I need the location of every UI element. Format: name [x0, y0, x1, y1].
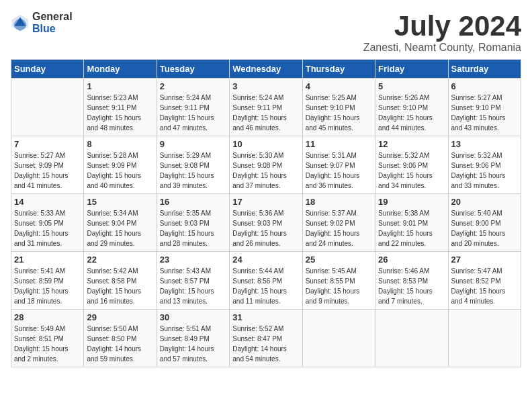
day-number: 1 [87, 81, 153, 91]
day-detail: Sunrise: 5:43 AM Sunset: 8:57 PM Dayligh… [160, 266, 226, 306]
day-number: 17 [232, 197, 299, 207]
calendar-cell: 25Sunrise: 5:45 AM Sunset: 8:55 PM Dayli… [302, 252, 375, 310]
day-detail: Sunrise: 5:49 AM Sunset: 8:51 PM Dayligh… [14, 324, 81, 364]
calendar-cell: 23Sunrise: 5:43 AM Sunset: 8:57 PM Dayli… [157, 252, 229, 310]
week-row-1: 1Sunrise: 5:23 AM Sunset: 9:11 PM Daylig… [11, 79, 521, 136]
day-number: 30 [160, 312, 226, 322]
day-detail: Sunrise: 5:27 AM Sunset: 9:10 PM Dayligh… [451, 93, 518, 133]
day-detail: Sunrise: 5:35 AM Sunset: 9:03 PM Dayligh… [160, 208, 226, 248]
week-row-5: 28Sunrise: 5:49 AM Sunset: 8:51 PM Dayli… [11, 310, 521, 367]
calendar-cell: 7Sunrise: 5:27 AM Sunset: 9:09 PM Daylig… [11, 136, 84, 194]
day-number: 5 [378, 81, 445, 91]
calendar-cell: 18Sunrise: 5:37 AM Sunset: 9:02 PM Dayli… [302, 194, 375, 252]
day-number: 24 [232, 255, 299, 265]
week-row-2: 7Sunrise: 5:27 AM Sunset: 9:09 PM Daylig… [11, 136, 521, 194]
main-title: July 2024 [363, 11, 521, 42]
header-tuesday: Tuesday [157, 60, 229, 79]
logo-text: General Blue [32, 11, 73, 34]
header-sunday: Sunday [11, 60, 84, 79]
calendar-cell: 12Sunrise: 5:32 AM Sunset: 9:06 PM Dayli… [375, 136, 448, 194]
calendar-cell: 5Sunrise: 5:26 AM Sunset: 9:10 PM Daylig… [375, 79, 448, 136]
calendar-cell: 31Sunrise: 5:52 AM Sunset: 8:47 PM Dayli… [230, 310, 302, 367]
calendar-cell: 11Sunrise: 5:31 AM Sunset: 9:07 PM Dayli… [302, 136, 375, 194]
day-detail: Sunrise: 5:27 AM Sunset: 9:09 PM Dayligh… [14, 150, 81, 191]
day-detail: Sunrise: 5:40 AM Sunset: 9:00 PM Dayligh… [451, 208, 518, 248]
day-number: 27 [451, 255, 518, 265]
day-number: 15 [87, 197, 153, 207]
day-detail: Sunrise: 5:28 AM Sunset: 9:09 PM Dayligh… [87, 150, 153, 191]
day-detail: Sunrise: 5:41 AM Sunset: 8:59 PM Dayligh… [14, 266, 81, 306]
day-detail: Sunrise: 5:32 AM Sunset: 9:06 PM Dayligh… [378, 150, 445, 191]
header-thursday: Thursday [302, 60, 375, 79]
day-number: 11 [306, 139, 372, 149]
day-number: 16 [160, 197, 226, 207]
day-number: 10 [232, 139, 299, 149]
day-number: 14 [14, 197, 81, 207]
header-row: SundayMondayTuesdayWednesdayThursdayFrid… [11, 60, 521, 79]
day-number: 8 [87, 139, 153, 149]
day-number: 22 [87, 255, 153, 265]
day-number: 3 [232, 81, 299, 91]
title-block: July 2024 Zanesti, Neamt County, Romania [363, 11, 521, 54]
calendar-cell: 29Sunrise: 5:50 AM Sunset: 8:50 PM Dayli… [84, 310, 157, 367]
logo-blue: Blue [32, 23, 73, 35]
calendar-cell: 21Sunrise: 5:41 AM Sunset: 8:59 PM Dayli… [11, 252, 84, 310]
calendar-cell: 17Sunrise: 5:36 AM Sunset: 9:03 PM Dayli… [230, 194, 302, 252]
header-friday: Friday [375, 60, 448, 79]
calendar-cell: 9Sunrise: 5:29 AM Sunset: 9:08 PM Daylig… [157, 136, 229, 194]
logo-icon [11, 13, 30, 32]
day-detail: Sunrise: 5:34 AM Sunset: 9:04 PM Dayligh… [87, 208, 153, 248]
calendar-cell [375, 310, 448, 367]
day-detail: Sunrise: 5:36 AM Sunset: 9:03 PM Dayligh… [232, 208, 299, 248]
calendar-cell: 20Sunrise: 5:40 AM Sunset: 9:00 PM Dayli… [448, 194, 521, 252]
calendar-body: 1Sunrise: 5:23 AM Sunset: 9:11 PM Daylig… [11, 79, 521, 367]
header-monday: Monday [84, 60, 157, 79]
logo: General Blue [11, 11, 73, 34]
day-number: 6 [451, 81, 518, 91]
day-number: 23 [160, 255, 226, 265]
calendar-cell: 4Sunrise: 5:25 AM Sunset: 9:10 PM Daylig… [302, 79, 375, 136]
day-detail: Sunrise: 5:29 AM Sunset: 9:08 PM Dayligh… [160, 150, 226, 191]
day-number: 13 [451, 139, 518, 149]
day-detail: Sunrise: 5:26 AM Sunset: 9:10 PM Dayligh… [378, 93, 445, 133]
day-number: 31 [232, 312, 299, 322]
calendar-cell: 8Sunrise: 5:28 AM Sunset: 9:09 PM Daylig… [84, 136, 157, 194]
day-detail: Sunrise: 5:25 AM Sunset: 9:10 PM Dayligh… [306, 93, 372, 133]
day-detail: Sunrise: 5:50 AM Sunset: 8:50 PM Dayligh… [87, 324, 153, 364]
day-detail: Sunrise: 5:37 AM Sunset: 9:02 PM Dayligh… [306, 208, 372, 248]
day-number: 18 [306, 197, 372, 207]
calendar-cell: 13Sunrise: 5:32 AM Sunset: 9:06 PM Dayli… [448, 136, 521, 194]
calendar-cell: 6Sunrise: 5:27 AM Sunset: 9:10 PM Daylig… [448, 79, 521, 136]
day-detail: Sunrise: 5:33 AM Sunset: 9:05 PM Dayligh… [14, 208, 81, 248]
day-number: 28 [14, 312, 81, 322]
day-number: 26 [378, 255, 445, 265]
calendar-cell: 30Sunrise: 5:51 AM Sunset: 8:49 PM Dayli… [157, 310, 229, 367]
day-detail: Sunrise: 5:52 AM Sunset: 8:47 PM Dayligh… [232, 324, 299, 364]
header-wednesday: Wednesday [230, 60, 302, 79]
day-number: 7 [14, 139, 81, 149]
calendar-cell: 24Sunrise: 5:44 AM Sunset: 8:56 PM Dayli… [230, 252, 302, 310]
calendar-cell: 1Sunrise: 5:23 AM Sunset: 9:11 PM Daylig… [84, 79, 157, 136]
calendar-header: SundayMondayTuesdayWednesdayThursdayFrid… [11, 60, 521, 79]
calendar-cell [11, 79, 84, 136]
day-detail: Sunrise: 5:47 AM Sunset: 8:52 PM Dayligh… [451, 266, 518, 306]
calendar-cell: 2Sunrise: 5:24 AM Sunset: 9:11 PM Daylig… [157, 79, 229, 136]
day-number: 29 [87, 312, 153, 322]
day-number: 21 [14, 255, 81, 265]
calendar-cell [448, 310, 521, 367]
calendar-cell: 28Sunrise: 5:49 AM Sunset: 8:51 PM Dayli… [11, 310, 84, 367]
day-detail: Sunrise: 5:44 AM Sunset: 8:56 PM Dayligh… [232, 266, 299, 306]
calendar-cell: 19Sunrise: 5:38 AM Sunset: 9:01 PM Dayli… [375, 194, 448, 252]
calendar-cell: 14Sunrise: 5:33 AM Sunset: 9:05 PM Dayli… [11, 194, 84, 252]
day-detail: Sunrise: 5:24 AM Sunset: 9:11 PM Dayligh… [160, 93, 226, 133]
day-number: 25 [306, 255, 372, 265]
subtitle: Zanesti, Neamt County, Romania [363, 42, 521, 54]
calendar-cell: 10Sunrise: 5:30 AM Sunset: 9:08 PM Dayli… [230, 136, 302, 194]
week-row-3: 14Sunrise: 5:33 AM Sunset: 9:05 PM Dayli… [11, 194, 521, 252]
logo-general: General [32, 11, 73, 23]
calendar-cell: 22Sunrise: 5:42 AM Sunset: 8:58 PM Dayli… [84, 252, 157, 310]
day-detail: Sunrise: 5:23 AM Sunset: 9:11 PM Dayligh… [87, 93, 153, 133]
day-number: 12 [378, 139, 445, 149]
day-detail: Sunrise: 5:30 AM Sunset: 9:08 PM Dayligh… [232, 150, 299, 191]
day-number: 9 [160, 139, 226, 149]
